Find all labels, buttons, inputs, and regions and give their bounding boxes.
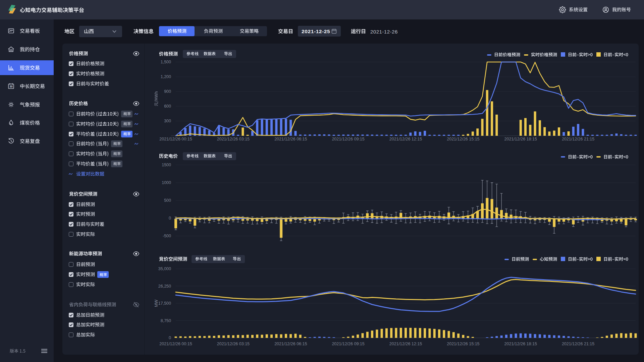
svg-text:2021/12/26 06:15: 2021/12/26 06:15	[274, 342, 307, 346]
svg-text:1,500: 1,500	[161, 60, 171, 64]
svg-text:0: 0	[169, 216, 171, 221]
svg-text:2021/12/26 15:15: 2021/12/26 15:15	[447, 137, 479, 141]
svg-text:2021/12/26 18:15: 2021/12/26 18:15	[504, 342, 537, 346]
svg-text:1000: 1000	[162, 180, 171, 185]
svg-text:2021/12/26 21:15: 2021/12/26 21:15	[562, 342, 594, 346]
svg-text:600: 600	[164, 104, 171, 109]
svg-text:2021/12/26 03:15: 2021/12/26 03:15	[217, 137, 250, 141]
svg-text:26,250: 26,250	[158, 284, 171, 289]
svg-text:2021/12/26 03:15: 2021/12/26 03:15	[217, 342, 250, 346]
svg-text:1,200: 1,200	[161, 74, 171, 79]
svg-text:8,750: 8,750	[161, 318, 171, 323]
svg-text:MW: MW	[154, 300, 159, 307]
svg-text:2021/12/26 15:15: 2021/12/26 15:15	[447, 342, 479, 346]
svg-text:2021/12/26 21:15: 2021/12/26 21:15	[562, 137, 594, 141]
svg-text:2021/12/26 12:15: 2021/12/26 12:15	[389, 137, 422, 141]
svg-text:17,500: 17,500	[158, 301, 171, 306]
svg-text:-500: -500	[163, 234, 171, 238]
svg-text:2021/12/26 06:15: 2021/12/26 06:15	[274, 137, 307, 141]
svg-text:2021/12/26 18:15: 2021/12/26 18:15	[504, 137, 537, 141]
svg-text:30: 30	[9, 85, 13, 88]
svg-text:0: 0	[169, 336, 171, 340]
svg-text:1500: 1500	[162, 163, 171, 167]
svg-text:35,000: 35,000	[158, 266, 171, 271]
svg-text:2021/12/26 12:15: 2021/12/26 12:15	[389, 342, 422, 346]
svg-text:2021/12/26 00:15: 2021/12/26 00:15	[159, 342, 192, 346]
svg-text:2021/12/26 00:15: 2021/12/26 00:15	[159, 137, 192, 141]
svg-text:500: 500	[164, 198, 171, 203]
svg-text:300: 300	[164, 119, 171, 123]
svg-text:900: 900	[164, 89, 171, 94]
svg-text:2021/12/26 09:15: 2021/12/26 09:15	[332, 137, 364, 141]
svg-text:2021/12/26 09:15: 2021/12/26 09:15	[332, 342, 364, 346]
